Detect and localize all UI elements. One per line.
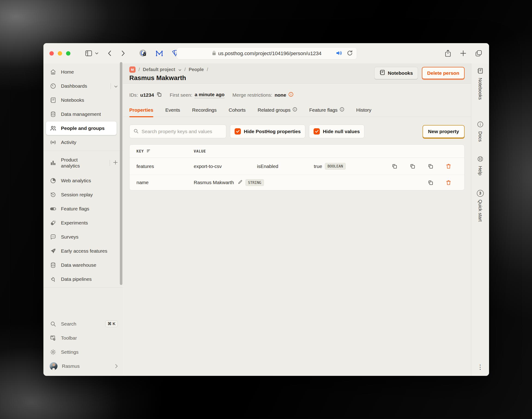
sidebar-item-people-and-groups[interactable]: People and groups	[46, 121, 117, 135]
delete-person-button[interactable]: Delete person	[422, 67, 464, 79]
toolbar-launch-icon	[50, 335, 56, 341]
sidebar-item-label: Early access features	[61, 248, 107, 254]
rail-item-help[interactable]: Help	[471, 156, 489, 175]
edit-pencil-icon[interactable]	[238, 180, 243, 186]
table-header-row: KEY VALUE	[130, 145, 464, 158]
tab-related-groups[interactable]: Related groups	[258, 107, 297, 117]
sidebar-item-home[interactable]: Home	[43, 65, 123, 79]
home-icon	[50, 68, 56, 76]
tab-feature-flags[interactable]: Feature flags	[309, 107, 344, 117]
sidebar-item-data-pipelines[interactable]: Data pipelines	[43, 272, 123, 286]
property-value[interactable]: export-to-csv	[194, 164, 257, 169]
rail-item-quick-start[interactable]: 3 Quick start	[471, 190, 489, 222]
app-sidebar: Home Dashboards Notebooks Data managemen…	[43, 64, 123, 376]
tab-events[interactable]: Events	[165, 107, 180, 117]
hide-posthog-properties-checkbox[interactable]: Hide PostHog properties	[230, 125, 305, 138]
breadcrumb-people[interactable]: People	[189, 67, 204, 72]
tab-properties[interactable]: Properties	[129, 107, 153, 117]
sidebar-item-session-replay[interactable]: Session replay	[43, 188, 123, 202]
share-icon[interactable]	[445, 50, 451, 57]
back-button[interactable]	[108, 50, 111, 56]
property-value[interactable]: isEnabled	[257, 164, 314, 169]
close-window-button[interactable]	[49, 51, 54, 56]
copy-icon[interactable]	[421, 163, 439, 169]
sidebar-item-product-analytics[interactable]: Product analytics	[43, 152, 123, 173]
new-tab-icon[interactable]	[460, 50, 466, 56]
sidebar-item-early-access-features[interactable]: Early access features	[43, 244, 123, 258]
tab-recordings[interactable]: Recordings	[192, 107, 217, 117]
sidebar-item-label: Feature flags	[61, 206, 89, 211]
sidebar-item-data-management[interactable]: Data management	[43, 107, 123, 121]
more-options-icon[interactable]: ⋮	[471, 365, 489, 370]
tab-overview-icon[interactable]	[475, 50, 482, 57]
sidebar-item-experiments[interactable]: Experiments	[43, 216, 123, 230]
properties-table: KEY VALUE features export-to-csv isEnabl…	[129, 144, 464, 190]
rail-item-notebooks[interactable]: Notebooks	[471, 68, 489, 100]
sidebar-item-label: Search	[61, 321, 76, 327]
m-extension-icon[interactable]	[155, 50, 163, 57]
copy-icon[interactable]	[385, 163, 403, 169]
chevron-down-icon[interactable]	[114, 83, 118, 89]
sidebar-item-web-analytics[interactable]: Web analytics	[43, 173, 123, 188]
project-badge[interactable]: M	[129, 66, 136, 73]
merge-restrictions-label: Merge restrictions:	[232, 92, 272, 98]
sidebar-item-search[interactable]: Search ⌘ K	[43, 317, 123, 331]
hide-null-values-checkbox[interactable]: Hide null values	[309, 125, 364, 138]
property-value[interactable]: true	[314, 164, 322, 169]
user-avatar	[50, 362, 57, 370]
minimize-window-button[interactable]	[58, 51, 62, 56]
sidebar-item-dashboards[interactable]: Dashboards	[43, 79, 123, 93]
copy-id-icon[interactable]	[156, 92, 162, 98]
sidebar-item-feature-flags[interactable]: Feature flags	[43, 202, 123, 216]
new-property-button[interactable]: New property	[423, 125, 464, 138]
property-value[interactable]: Rasmus Makwarth	[194, 180, 234, 185]
sidebar-item-data-warehouse[interactable]: Data warehouse	[43, 258, 123, 272]
person-id: u1234	[140, 92, 154, 98]
flask-icon	[50, 219, 56, 226]
person-tabs: Properties Events Recordings Cohorts Rel…	[123, 107, 471, 117]
sidebar-toggle-icon[interactable]	[85, 50, 92, 56]
reload-icon[interactable]	[347, 50, 353, 57]
dashboards-icon	[50, 83, 56, 90]
sidebar-chevron-down-icon[interactable]	[95, 52, 99, 54]
sidebar-item-label: People and groups	[61, 126, 105, 131]
value-column-header: VALUE	[194, 149, 206, 153]
property-key[interactable]: name	[136, 180, 194, 185]
audio-playing-icon[interactable]	[336, 50, 342, 57]
sidebar-item-activity[interactable]: Activity	[43, 135, 123, 149]
sidebar-item-account[interactable]: Rasmus	[43, 359, 123, 373]
add-insight-icon[interactable]	[113, 160, 118, 166]
info-icon[interactable]	[288, 92, 293, 98]
page-header: M / Default project / People / Rasmus Ma…	[123, 64, 471, 84]
property-key[interactable]: features	[136, 164, 194, 169]
copy-icon[interactable]	[403, 163, 421, 169]
checkbox-checked-icon[interactable]	[235, 128, 241, 134]
sidebar-item-label: Surveys	[61, 234, 79, 240]
url-bar[interactable]: us.posthog.com/project/104196/person/u12…	[177, 47, 357, 60]
chevron-down-icon[interactable]	[178, 67, 181, 72]
sidebar-item-label: Web analytics	[61, 178, 91, 183]
property-search-box[interactable]	[129, 125, 226, 138]
tab-history[interactable]: History	[356, 107, 371, 117]
sidebar-item-settings[interactable]: Settings	[43, 345, 123, 359]
first-seen-value[interactable]: a minute ago	[195, 92, 225, 98]
sidebar-item-notebooks[interactable]: Notebooks	[43, 93, 123, 107]
delete-property-icon[interactable]	[439, 163, 457, 169]
breadcrumb-project[interactable]: Default project	[143, 67, 175, 72]
sort-icon[interactable]	[147, 149, 151, 153]
checkbox-checked-icon[interactable]	[314, 128, 320, 134]
url-text: us.posthog.com/project/104196/person/u12…	[218, 51, 322, 56]
rail-item-docs[interactable]: Docs	[471, 121, 489, 142]
tab-cohorts[interactable]: Cohorts	[229, 107, 246, 117]
sidebar-item-toolbar[interactable]: Toolbar	[43, 331, 123, 345]
zoom-window-button[interactable]	[66, 51, 70, 56]
sidebar-scrollbar[interactable]	[120, 62, 122, 285]
sidebar-item-surveys[interactable]: Surveys	[43, 230, 123, 244]
delete-property-icon[interactable]	[439, 180, 457, 185]
password-manager-extension-icon[interactable]	[139, 49, 147, 57]
property-search-input[interactable]	[142, 129, 222, 134]
notebook-icon	[379, 69, 385, 77]
notebooks-button[interactable]: Notebooks	[374, 67, 418, 79]
copy-icon[interactable]	[421, 180, 439, 185]
forward-button[interactable]	[121, 50, 125, 56]
